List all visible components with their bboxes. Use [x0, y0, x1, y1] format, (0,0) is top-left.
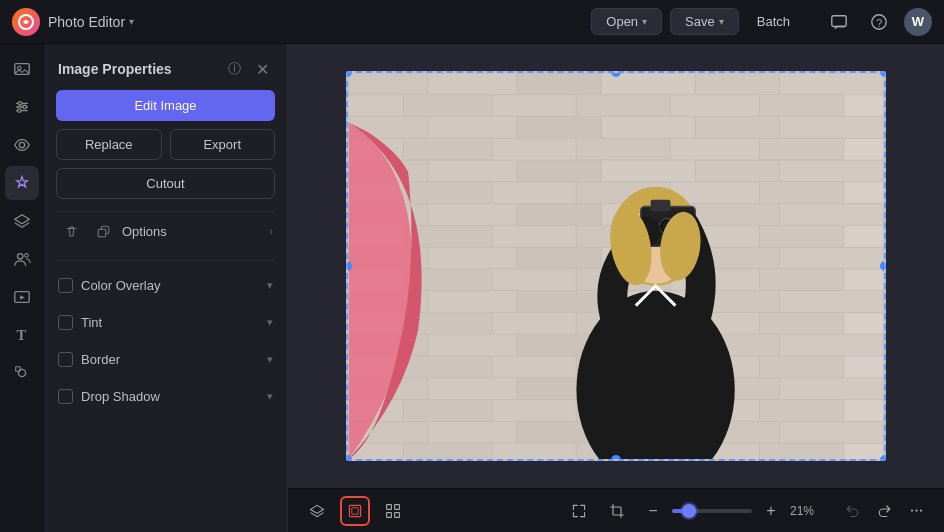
redo-button[interactable]: [870, 497, 898, 525]
tint-checkbox[interactable]: [58, 315, 73, 330]
zoom-slider[interactable]: [672, 509, 752, 513]
zoom-slider-thumb[interactable]: [682, 504, 696, 518]
svg-rect-44: [760, 138, 844, 160]
drop-shadow-chevron-icon: ▾: [267, 390, 273, 403]
svg-rect-113: [492, 400, 576, 422]
fit-button[interactable]: [564, 496, 594, 526]
border-checkbox[interactable]: [58, 352, 73, 367]
bottom-bar: − + 21%: [288, 488, 944, 532]
svg-rect-50: [779, 160, 883, 182]
effects-tool[interactable]: [5, 166, 39, 200]
drop-shadow-row[interactable]: Drop Shadow ▾: [56, 382, 275, 411]
photo-svg: [348, 73, 884, 459]
color-overlay-row[interactable]: Color Overlay ▾: [56, 271, 275, 300]
color-overlay-chevron-icon: ▾: [267, 279, 273, 292]
svg-rect-61: [695, 204, 779, 226]
svg-point-144: [910, 509, 912, 511]
options-row: Options ›: [56, 211, 275, 250]
save-chevron-icon: ▾: [719, 16, 724, 27]
batch-button[interactable]: Batch: [747, 9, 800, 34]
svg-point-10: [22, 105, 26, 109]
svg-rect-122: [779, 421, 883, 443]
zoom-out-button[interactable]: −: [640, 498, 666, 524]
handle-middle-right[interactable]: [880, 261, 886, 271]
layers-tool[interactable]: [5, 204, 39, 238]
svg-rect-25: [695, 73, 779, 95]
tint-row[interactable]: Tint ▾: [56, 308, 275, 337]
main-content: T Image Properties ⓘ ✕ Edit Image Replac…: [0, 44, 944, 532]
user-avatar[interactable]: W: [904, 8, 932, 36]
svg-rect-34: [428, 117, 517, 139]
panel-body: Edit Image Replace Export Cutout Options…: [44, 90, 287, 423]
options-chevron-icon: ›: [269, 225, 273, 237]
crop-button[interactable]: [602, 496, 632, 526]
svg-rect-125: [492, 443, 576, 459]
svg-rect-83: [517, 291, 601, 313]
frame-bottom-button[interactable]: [340, 496, 370, 526]
panel-close-button[interactable]: ✕: [251, 58, 273, 80]
save-button[interactable]: Save ▾: [670, 8, 739, 35]
media-tool[interactable]: [5, 280, 39, 314]
open-chevron-icon: ▾: [642, 16, 647, 27]
people-tool[interactable]: [5, 242, 39, 276]
title-chevron-icon: ▾: [129, 16, 134, 27]
adjustments-tool[interactable]: [5, 90, 39, 124]
canvas-content[interactable]: [288, 44, 944, 488]
svg-rect-116: [760, 400, 844, 422]
replace-button[interactable]: Replace: [56, 129, 162, 160]
icon-bar: T: [0, 44, 44, 532]
svg-rect-27: [348, 95, 403, 117]
more-options-button[interactable]: [902, 497, 930, 525]
panel-title: Image Properties: [58, 61, 217, 77]
svg-rect-42: [576, 138, 670, 160]
photo-wrapper: [346, 71, 886, 461]
color-overlay-checkbox[interactable]: [58, 278, 73, 293]
svg-rect-30: [576, 95, 670, 117]
svg-rect-43: [670, 138, 759, 160]
svg-point-12: [19, 142, 24, 147]
images-tool[interactable]: [5, 52, 39, 86]
layers-bottom-button[interactable]: [302, 496, 332, 526]
zoom-in-button[interactable]: +: [758, 498, 784, 524]
svg-rect-77: [492, 269, 576, 291]
svg-rect-94: [428, 334, 517, 356]
undo-button[interactable]: [838, 497, 866, 525]
svg-rect-106: [428, 378, 517, 400]
svg-rect-40: [403, 138, 492, 160]
photo-selection[interactable]: [346, 71, 886, 461]
drop-shadow-checkbox[interactable]: [58, 389, 73, 404]
chat-icon-button[interactable]: [824, 7, 854, 37]
svg-rect-70: [428, 247, 517, 269]
options-label[interactable]: Options: [122, 224, 263, 239]
view-tool[interactable]: [5, 128, 39, 162]
app-logo[interactable]: [12, 8, 40, 36]
svg-rect-48: [601, 160, 695, 182]
handle-bottom-middle[interactable]: [611, 455, 621, 461]
help-icon-button[interactable]: ?: [864, 7, 894, 37]
edit-image-button[interactable]: Edit Image: [56, 90, 275, 121]
shapes-tool[interactable]: [5, 356, 39, 390]
text-tool[interactable]: T: [5, 318, 39, 352]
svg-rect-32: [760, 95, 844, 117]
svg-rect-118: [428, 421, 517, 443]
border-row[interactable]: Border ▾: [56, 345, 275, 374]
svg-rect-140: [387, 504, 392, 509]
export-button[interactable]: Export: [170, 129, 276, 160]
undo-redo-controls: [838, 497, 930, 525]
handle-bottom-right[interactable]: [880, 455, 886, 461]
open-button[interactable]: Open ▾: [591, 8, 662, 35]
svg-rect-29: [492, 95, 576, 117]
grid-bottom-button[interactable]: [378, 496, 408, 526]
duplicate-icon-button[interactable]: [90, 218, 116, 244]
svg-rect-128: [760, 443, 844, 459]
svg-rect-28: [403, 95, 492, 117]
app-title[interactable]: Photo Editor ▾: [48, 14, 134, 30]
svg-rect-58: [428, 204, 517, 226]
trash-icon-button[interactable]: [58, 218, 84, 244]
svg-rect-31: [670, 95, 759, 117]
panel-info-button[interactable]: ⓘ: [223, 58, 245, 80]
svg-rect-124: [403, 443, 492, 459]
svg-point-9: [18, 102, 22, 106]
canvas-area: − + 21%: [288, 44, 944, 532]
cutout-button[interactable]: Cutout: [56, 168, 275, 199]
